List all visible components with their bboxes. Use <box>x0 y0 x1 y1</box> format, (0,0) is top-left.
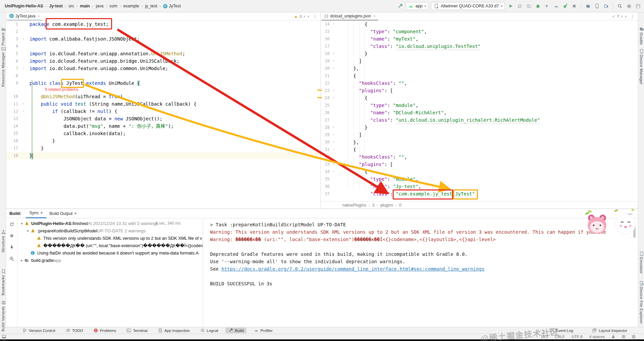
code-line-6[interactable]: 6import io.dcloud.feature.uniapp.bridge.… <box>6 57 320 65</box>
build-tree-row[interactable]: ▾:prepareKotlinBuildScriptModel UP-TO-DA… <box>17 227 203 234</box>
sdk-manager-button[interactable] <box>603 3 609 9</box>
line-number[interactable]: 15 <box>6 130 21 137</box>
line-number[interactable]: 13 <box>6 115 21 122</box>
code-text[interactable]: "class": "uni.dcloud.io.uniplugin_richal… <box>336 116 540 124</box>
breadcrumb-item-jytest[interactable]: CJyTest <box>162 3 182 9</box>
toolwindow-button-version-control[interactable]: Version Control <box>19 328 58 333</box>
code-line-30[interactable]: 30▾ }, <box>321 138 638 146</box>
search-everywhere-button[interactable] <box>616 3 623 9</box>
close-icon[interactable]: × <box>74 211 77 216</box>
fold-marker-icon[interactable]: ▾ <box>331 94 336 102</box>
chevron-down-icon[interactable]: ∨ <box>625 15 627 18</box>
line-number[interactable]: 8 <box>6 72 21 79</box>
code-line-7[interactable]: 7▾import io.dcloud.feature.uniapp.common… <box>6 65 320 72</box>
breadcrumb-item-uniplugin-hello-as[interactable]: UniPlugin-Hello-AS <box>3 3 45 9</box>
breadcrumb-item-main[interactable]: main <box>79 3 91 9</box>
more-options-icon[interactable]: ⋮ <box>627 14 636 19</box>
line-number[interactable]: 23 <box>321 87 331 94</box>
breadcrumb-item-jy_test[interactable]: jy_test <box>144 3 158 9</box>
code-text[interactable]: } <box>26 137 55 145</box>
fold-marker-icon[interactable]: ▾ <box>331 146 336 153</box>
code-line-26[interactable]: 26 "name": "DCloud-RichAlert", <box>321 109 638 116</box>
code-line-2[interactable]: 2 <box>6 28 320 35</box>
code-text[interactable]: } <box>26 145 44 152</box>
code-text[interactable]: import io.dcloud.feature.uniapp.common.U… <box>26 65 168 72</box>
line-number[interactable]: 33 <box>321 161 331 168</box>
json-breadcrumb-item[interactable]: 0 <box>399 203 401 208</box>
sidebar-item-bookmarks[interactable]: Bookmarks <box>0 269 6 295</box>
build-tree-row[interactable]: ������ДК�� (uri:"", local:"base-extensio… <box>17 242 203 249</box>
sidebar-item-resource-manager[interactable]: Resource Manager <box>0 46 6 87</box>
sidebar-item-structure[interactable]: Structure <box>0 230 6 252</box>
code-line-11[interactable]: 11▾ public void test (String name,UniJSC… <box>6 100 320 108</box>
tab-sync[interactable]: Sync × <box>26 209 46 218</box>
breadcrumb-item-src[interactable]: src <box>67 3 76 9</box>
device-selector[interactable]: Allwinner QUAD-CORE A33 d7▾ <box>431 2 505 10</box>
line-number[interactable]: 28 <box>321 124 331 131</box>
code-line-32[interactable]: 32 "hooksClass": "", <box>321 153 638 161</box>
code-line-37[interactable]: 37 "class": "com.example.jy_test.JyTest" <box>321 190 638 197</box>
chevron-up-icon[interactable]: ∧ <box>621 15 623 18</box>
line-number[interactable]: 26 <box>321 109 331 116</box>
build-tree-row[interactable]: This version only understands SDK XML ve… <box>17 234 203 242</box>
close-icon[interactable]: × <box>40 211 43 215</box>
tab-build-output[interactable]: Build Output × <box>46 209 80 218</box>
json-breadcrumb-item[interactable]: 3 <box>372 203 375 208</box>
close-icon[interactable]: × <box>38 14 40 18</box>
json-breadcrumb-item[interactable]: plugins <box>380 203 393 208</box>
minimize-icon[interactable]: — <box>626 211 635 216</box>
chevron-up-icon[interactable]: ∧ <box>303 15 306 18</box>
line-number[interactable]: 9 <box>6 79 21 87</box>
code-line-17[interactable]: 17 "class": "io.dcloud.uniplugin.TestTex… <box>321 43 638 50</box>
code-line-3[interactable]: 3▾import com.alibaba.fastjson.JSONObject… <box>6 35 320 43</box>
json-breadcrumb-item[interactable]: nativePlugins <box>342 203 366 208</box>
expander-icon[interactable]: ▾ <box>19 222 24 225</box>
problems-inlay-hint[interactable]: 9 related problems <box>6 87 320 93</box>
code-line-10[interactable]: 10 @UniJSMethod(uiThread = true) <box>6 93 320 100</box>
code-line-14[interactable]: 14 data.put("msg", name + ": 你小子，真棒"); <box>6 122 320 130</box>
code-text[interactable]: { <box>336 20 367 28</box>
code-text[interactable]: } <box>336 50 367 57</box>
code-line-33[interactable]: 33▾ "plugins": [ <box>321 161 638 168</box>
line-number[interactable]: 18 <box>6 152 21 159</box>
inspections-widget[interactable]: ✓ 7 ∧ ∨ <box>612 14 627 19</box>
profile-debug-button[interactable] <box>562 3 568 9</box>
line-number[interactable]: 7 <box>6 65 21 72</box>
code-line-1[interactable]: 1package com.example.jy_test; <box>6 20 320 28</box>
line-number[interactable]: 24 <box>321 94 331 102</box>
line-number[interactable]: 18 <box>321 50 331 57</box>
code-text[interactable]: "class": "com.example.jy_test.JyTest" <box>336 190 475 197</box>
toolwindow-button-profiler[interactable]: Profiler <box>251 328 275 333</box>
code-text[interactable]: { <box>336 94 367 102</box>
code-text[interactable]: public void test (String name,UniJSCallb… <box>26 100 196 108</box>
line-number[interactable]: 4 <box>6 43 21 50</box>
code-line-19[interactable]: 19▾ ] <box>321 57 638 65</box>
lock-icon[interactable] <box>611 335 615 339</box>
code-text[interactable]: import io.dcloud.feature.uniapp.annotati… <box>26 50 185 57</box>
code-text[interactable]: callback.invoke(data); <box>26 130 126 137</box>
sidebar-item-device-manager[interactable]: Device Manager <box>638 49 644 84</box>
run-configuration-selector[interactable]: app▾ <box>406 2 429 10</box>
fold-marker-icon[interactable]: ▾ <box>331 131 336 138</box>
code-line-35[interactable]: 35 "type": "module", <box>321 175 638 183</box>
code-text[interactable]: import io.dcloud.feature.uniapp.bridge.U… <box>26 57 180 65</box>
fold-marker-icon[interactable]: ▾ <box>331 161 336 168</box>
code-line-9[interactable]: 9public class JyTest extends UniModule { <box>6 79 320 87</box>
inspections-widget[interactable]: ▲ 3 ∧ ∨ <box>294 14 309 19</box>
code-line-5[interactable]: 5import io.dcloud.feature.uniapp.annotat… <box>6 50 320 57</box>
expander-icon[interactable]: ▸ <box>19 259 24 262</box>
close-icon[interactable]: × <box>373 14 375 18</box>
line-number[interactable]: 32 <box>321 153 331 161</box>
code-text[interactable]: @UniJSMethod(uiThread = true) <box>26 93 123 100</box>
line-number[interactable]: 27 <box>321 116 331 124</box>
code-line-22[interactable]: 22 "hooksClass": "", <box>321 79 638 87</box>
toolwindow-toggle-icon[interactable] <box>2 335 6 339</box>
line-number[interactable]: 3 <box>6 35 21 43</box>
line-number[interactable]: 25 <box>321 102 331 109</box>
code-line-15[interactable]: 15 callback.invoke(data); <box>6 130 320 137</box>
fold-marker-icon[interactable]: ▾ <box>331 138 336 146</box>
toolwindow-button-layout-inspector[interactable]: Layout Inspector <box>589 328 630 333</box>
code-line-24[interactable]: 24▾ { <box>321 94 638 102</box>
settings-button[interactable] <box>626 3 632 9</box>
stop-button[interactable] <box>8 232 15 239</box>
